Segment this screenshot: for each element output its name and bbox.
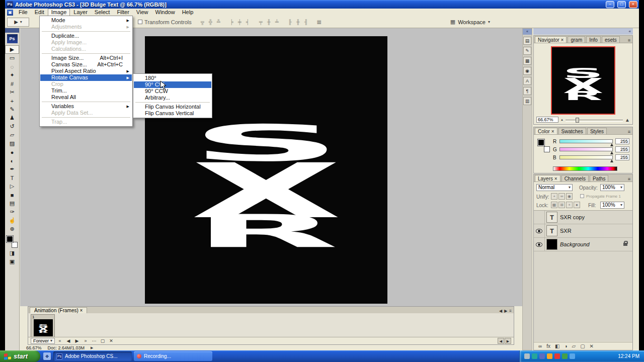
tab-presets[interactable]: esets (602, 36, 620, 43)
scroll-left-button[interactable]: ◀ (498, 338, 504, 344)
slider-track[interactable] (559, 139, 613, 143)
slider-track[interactable] (559, 147, 613, 151)
loop-count-select[interactable]: Forever ▾ (31, 338, 55, 344)
zoom-out-icon[interactable]: ▲ (560, 118, 564, 121)
brush-tool[interactable]: ✎ (5, 105, 19, 114)
color-swatches[interactable] (6, 236, 18, 248)
submenu-item-90-ccw[interactable]: 90° CCW (134, 88, 211, 95)
zoom-slider-thumb[interactable] (576, 118, 579, 123)
slider-value-field[interactable]: 255 (615, 146, 629, 152)
panel-dock-header[interactable]: « (533, 28, 633, 35)
layer-style-icon[interactable]: fx (546, 343, 550, 349)
navigator-proxy-view[interactable]: S X R (551, 46, 615, 115)
taskbar-task-photoshop[interactable]: Ps Adobe Photoshop CS... (53, 351, 132, 361)
menu-item-apply-data-set[interactable]: Apply Data Set... (40, 110, 132, 116)
tab-color[interactable]: Color × (535, 128, 557, 134)
minimize-button[interactable]: − (606, 1, 614, 8)
menu-window[interactable]: Window (152, 9, 179, 16)
slider-track[interactable] (559, 155, 613, 159)
menu-item-variables[interactable]: Variables▶ (40, 103, 132, 110)
scroll-left-icon[interactable]: ◀ (499, 309, 502, 313)
slider-thumb[interactable] (610, 151, 613, 154)
status-zoom-field[interactable]: 66.67% (26, 345, 42, 350)
layer-comps-panel-icon[interactable]: ▦ (523, 57, 531, 65)
slider-thumb[interactable] (610, 143, 613, 146)
taskbar-task-recording[interactable]: Recording... (134, 351, 212, 361)
slider-thumb[interactable] (610, 159, 613, 162)
distribute-bottom-edges-icon[interactable]: ╧ (273, 18, 281, 26)
align-left-edges-icon[interactable]: ╞ (228, 18, 235, 26)
tray-icon-display[interactable] (570, 353, 575, 359)
unify-position-button[interactable]: + (551, 193, 557, 200)
menu-filter[interactable]: Filter (113, 9, 132, 16)
adjustment-layer-icon[interactable]: ◑ (564, 343, 567, 349)
tray-icon-antivirus[interactable] (562, 353, 568, 359)
blend-mode-select[interactable]: Normal ▾ (536, 184, 573, 191)
tab-styles[interactable]: Styles (587, 128, 607, 134)
foreground-color-swatch[interactable] (7, 236, 13, 242)
background-color-swatch[interactable] (12, 242, 18, 248)
menu-file[interactable]: File (15, 9, 31, 16)
align-top-edges-icon[interactable]: ╦ (199, 18, 206, 26)
eyedropper-tool[interactable]: ✑ (5, 208, 19, 216)
propagate-frame-checkbox[interactable] (580, 194, 584, 198)
tween-button[interactable]: ⋯ (90, 338, 98, 344)
quick-mask-button[interactable]: ◨ (5, 249, 19, 257)
align-right-edges-icon[interactable]: ╡ (244, 18, 252, 26)
menu-edit[interactable]: Edit (31, 9, 48, 16)
submenu-item-flip-canvas-horizontal[interactable]: Flip Canvas Horizontal (134, 104, 211, 110)
tab-channels[interactable]: Channels (561, 175, 589, 182)
align-horizontal-centers-icon[interactable]: ╪ (236, 18, 244, 26)
path-selection-tool[interactable]: ▷ (5, 182, 19, 191)
pen-tool[interactable]: ✒ (5, 165, 19, 173)
tray-icon-messenger[interactable] (539, 353, 545, 359)
visibility-toggle[interactable] (534, 224, 545, 238)
toolbox-dock-header[interactable] (5, 28, 19, 33)
zoom-tool[interactable]: ⊕ (5, 225, 19, 233)
distribute-top-edges-icon[interactable]: ╤ (257, 18, 265, 26)
lock-position-button[interactable]: + (566, 202, 573, 208)
panel-color-swatches[interactable] (537, 139, 550, 152)
menu-item-trim[interactable]: Trim... (40, 87, 132, 94)
foreground-color-swatch[interactable] (538, 139, 544, 146)
menu-item-apply-image[interactable]: Apply Image... (40, 39, 132, 46)
layer-mask-icon[interactable]: ◧ (555, 343, 559, 349)
tray-icon-volume[interactable] (524, 353, 530, 359)
menu-item-pixel-aspect-ratio[interactable]: Pixel Aspect Ratio▶ (40, 68, 132, 74)
menu-item-canvas-size[interactable]: Canvas Size...Alt+Ctrl+C (40, 61, 132, 68)
delete-layer-icon[interactable]: ✕ (590, 343, 594, 349)
navigator-zoom-slider[interactable] (566, 120, 623, 122)
menu-item-rotate-canvas[interactable]: Rotate Canvas▶ (40, 74, 132, 81)
move-tool[interactable]: ▶ (5, 45, 19, 54)
menu-image[interactable]: Image (48, 9, 70, 16)
delete-frame-button[interactable]: ✕ (107, 338, 115, 344)
slice-tool[interactable]: ✂ (5, 88, 19, 97)
distribute-vertical-centers-icon[interactable]: ╫ (265, 18, 273, 26)
distribute-left-edges-icon[interactable]: ╟ (286, 18, 294, 26)
layer-row-sxr-copy[interactable]: TSXR copy (534, 211, 632, 224)
first-frame-button[interactable]: « (56, 338, 64, 344)
panel-menu-icon[interactable]: ≡ (509, 309, 512, 313)
opacity-field[interactable]: 100% ▾ (600, 184, 624, 191)
tab-paths[interactable]: Paths (590, 175, 609, 182)
histogram-panel-icon[interactable]: ▥ (523, 97, 531, 105)
color-spectrum-ramp[interactable] (553, 166, 617, 171)
lock-transparent-pixels-button[interactable]: ▦ (551, 202, 557, 208)
menu-layer[interactable]: Layer (70, 9, 91, 16)
lasso-tool[interactable]: ◌ (5, 62, 19, 71)
menu-item-duplicate[interactable]: Duplicate... (40, 33, 132, 39)
fill-field[interactable]: 100% ▾ (600, 202, 624, 209)
lock-all-button[interactable]: ● (574, 202, 580, 208)
previous-frame-button[interactable]: ◀ (64, 338, 72, 344)
workspace-picker[interactable]: ▦ Workspace ▾ (450, 19, 490, 25)
distribute-horizontal-centers-icon[interactable]: ╫ (294, 18, 302, 26)
new-layer-icon[interactable]: ▢ (580, 343, 585, 349)
visibility-toggle[interactable] (534, 238, 545, 251)
brushes-panel-icon[interactable]: ✎ (523, 47, 531, 55)
tray-icon-recorder[interactable] (554, 353, 560, 359)
tab-info[interactable]: Info (586, 36, 601, 43)
tool-presets-panel-icon[interactable]: ◉ (523, 67, 531, 75)
unify-style-button[interactable]: ◉ (566, 193, 573, 200)
menu-item-calculations[interactable]: Calculations... (40, 46, 132, 52)
play-button[interactable]: ▶ (73, 338, 81, 344)
